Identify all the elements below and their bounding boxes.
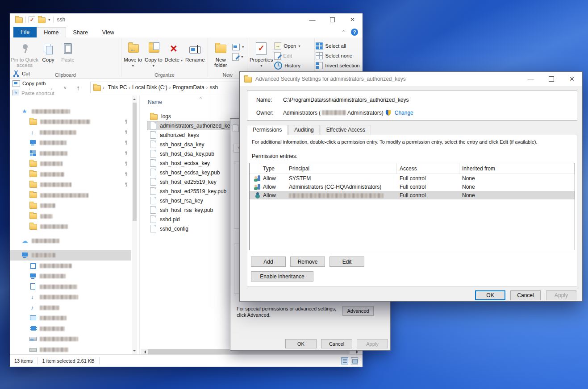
details-view-icon[interactable] <box>341 357 348 364</box>
properties-button[interactable]: ✓ Properties ▾ <box>248 40 274 68</box>
apply-button[interactable]: Apply <box>546 290 576 300</box>
pin-to-quick-access-button[interactable]: Pin to Quick access <box>11 40 38 68</box>
ok-button[interactable]: OK <box>475 290 505 300</box>
scroll-left-icon[interactable] <box>142 350 146 354</box>
add-button[interactable]: Add <box>251 257 286 267</box>
delete-button[interactable]: × Delete ▾ <box>163 40 184 62</box>
cancel-button[interactable]: Cancel <box>321 339 352 348</box>
edit-button[interactable]: Edit <box>329 257 364 267</box>
remove-button[interactable]: Remove <box>290 257 325 267</box>
sidebar-item[interactable] <box>10 344 131 355</box>
sidebar-item[interactable] <box>10 250 131 261</box>
sidebar-item[interactable] <box>10 211 131 221</box>
minimize-button[interactable]: — <box>521 72 541 86</box>
column-header[interactable]: Type <box>260 163 286 174</box>
up-button[interactable]: ↑ <box>72 84 84 91</box>
sidebar-item[interactable] <box>10 236 131 246</box>
ok-button[interactable]: OK <box>285 339 317 348</box>
scroll-down-icon[interactable] <box>133 350 136 353</box>
breadcrumb-segment[interactable]: Local Disk (C:) <box>130 84 169 91</box>
advanced-button[interactable]: Advanced <box>342 306 374 316</box>
copy-path-button[interactable]: Copy path <box>13 79 54 87</box>
customize-toolbar-icon[interactable]: ▾ <box>48 17 50 22</box>
cancel-button[interactable]: Cancel <box>510 290 541 300</box>
new-item-button[interactable]: ▾ <box>232 43 244 51</box>
sidebar-item[interactable] <box>10 180 131 190</box>
new-folder-shortcut-icon[interactable] <box>38 17 46 23</box>
sidebar-item[interactable] <box>10 159 131 169</box>
close-button[interactable]: × <box>562 72 582 86</box>
select-all-button[interactable]: Select all <box>316 42 359 50</box>
sidebar-item[interactable] <box>10 323 131 334</box>
dialog-title: Advanced Security Settings for administr… <box>255 76 406 82</box>
sidebar-item[interactable] <box>10 334 131 344</box>
column-header[interactable]: Principal <box>286 163 397 174</box>
tab-file[interactable]: File <box>13 27 37 37</box>
scrollbar-thumb[interactable] <box>133 103 137 221</box>
invert-selection-button[interactable]: Invert selection <box>316 62 359 70</box>
tab-effective-access[interactable]: Effective Access <box>321 125 371 135</box>
column-header[interactable]: Inherited from <box>459 163 575 174</box>
tab-auditing[interactable]: Auditing <box>288 125 319 135</box>
sidebar-item[interactable] <box>10 106 131 116</box>
sidebar-item[interactable] <box>10 169 131 179</box>
file-name: sshd_config <box>160 226 188 232</box>
scroll-up-icon[interactable] <box>133 97 136 100</box>
column-header[interactable]: Access <box>397 163 459 174</box>
history-button[interactable]: History <box>274 62 300 70</box>
sort-ascending-icon[interactable]: ^ <box>200 96 202 101</box>
breadcrumb-segment[interactable]: ssh <box>208 84 220 91</box>
sidebar-item[interactable] <box>10 222 131 232</box>
breadcrumb-segment[interactable]: ProgramData <box>171 84 206 91</box>
tab-permissions[interactable]: Permissions <box>247 125 288 135</box>
properties-shortcut-icon[interactable]: ✓ <box>29 17 35 23</box>
permission-row[interactable]: AllowAdministrators (CC-HQ\Administrator… <box>250 182 575 191</box>
sidebar-item[interactable] <box>10 190 131 200</box>
sidebar-item[interactable] <box>10 313 131 323</box>
thumbnail-view-icon[interactable] <box>351 357 358 364</box>
change-owner-link[interactable]: Change <box>395 110 413 116</box>
maximize-button[interactable] <box>322 13 342 26</box>
sidebar-item[interactable] <box>10 201 131 211</box>
collapse-ribbon-icon[interactable]: ^ <box>342 29 345 35</box>
sidebar-item[interactable] <box>10 271 131 281</box>
breadcrumb-segment[interactable]: This PC <box>106 84 129 91</box>
tab-home[interactable]: Home <box>37 27 66 37</box>
paste-button[interactable]: Paste <box>58 40 78 62</box>
explorer-titlebar[interactable]: ✓ ▾ ssh — × <box>10 13 363 26</box>
move-to-button[interactable]: ← Move to ▾ <box>122 40 144 68</box>
copy-icon <box>43 43 54 54</box>
easy-access-button[interactable]: ▾ <box>232 53 244 61</box>
recent-locations-icon[interactable]: ∨ <box>61 85 70 90</box>
object-info-panel: Name: C:\ProgramData\ssh\administrators_… <box>247 91 577 121</box>
sidebar-item[interactable] <box>10 281 131 292</box>
sidebar-item[interactable] <box>10 117 131 127</box>
sidebar-item[interactable] <box>10 292 131 302</box>
copy-button[interactable]: Copy <box>38 40 58 62</box>
enable-inheritance-button[interactable]: Enable inheritance <box>251 271 313 281</box>
tab-share[interactable]: Share <box>66 28 95 37</box>
permission-row[interactable]: AllowSYSTEMFull controlNone <box>250 174 575 182</box>
column-header-name[interactable]: Name <box>148 99 162 105</box>
sidebar-item[interactable] <box>10 302 131 313</box>
copy-to-button[interactable]: Copy to ▾ <box>144 40 163 68</box>
open-button[interactable]: → Open ▾ <box>274 42 300 50</box>
sidebar-scrollbar[interactable] <box>132 95 137 355</box>
select-none-button[interactable]: Select none <box>316 52 359 60</box>
sidebar-item[interactable] <box>10 138 131 148</box>
dialog-titlebar[interactable]: Advanced Security Settings for administr… <box>240 72 582 86</box>
rename-button[interactable]: Rename <box>184 40 206 62</box>
sidebar-item[interactable] <box>10 261 131 271</box>
apply-button[interactable]: Apply <box>357 339 388 348</box>
new-folder-button[interactable]: New folder <box>209 40 232 68</box>
permission-row[interactable]: AllowFull controlNone <box>250 191 575 199</box>
help-icon[interactable]: ? <box>351 29 358 36</box>
tab-view[interactable]: View <box>95 28 121 37</box>
cell-icon <box>250 175 260 182</box>
maximize-button[interactable] <box>541 72 562 86</box>
sidebar-item[interactable] <box>10 148 131 158</box>
sidebar-item[interactable] <box>10 127 131 137</box>
edit-button[interactable]: Edit <box>274 52 300 60</box>
minimize-button[interactable]: — <box>302 13 322 26</box>
close-button[interactable]: × <box>342 13 363 26</box>
